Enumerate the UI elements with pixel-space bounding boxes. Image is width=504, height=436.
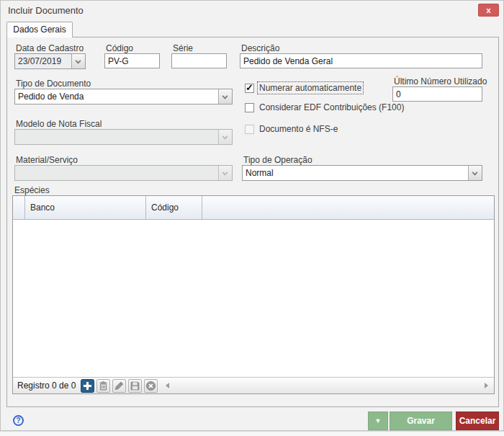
descricao-label: Descrição bbox=[241, 43, 279, 53]
serie-input[interactable] bbox=[171, 53, 227, 68]
edf-contribuicoes-label[interactable]: Considerar EDF Contribuições (F100) bbox=[258, 102, 405, 113]
gravar-button[interactable]: Gravar bbox=[390, 411, 452, 430]
tipo-operacao-dropdown[interactable]: Normal bbox=[242, 165, 482, 181]
codigo-column-header[interactable]: Código bbox=[146, 196, 202, 219]
especies-label: Espécies bbox=[14, 185, 50, 195]
modelo-nota-fiscal-value bbox=[15, 130, 218, 144]
tipo-operacao-dropdown-button[interactable] bbox=[468, 166, 482, 180]
chevron-down-icon bbox=[222, 94, 228, 99]
delete-record-icon bbox=[96, 379, 110, 393]
gravar-options-dropdown-button[interactable]: ▼ bbox=[368, 411, 388, 430]
chevron-down-icon bbox=[76, 58, 81, 64]
tipo-documento-dropdown[interactable]: Pedido de Venda bbox=[14, 89, 233, 104]
data-cadastro-dropdown[interactable]: 23/07/2019 bbox=[14, 53, 86, 69]
numerar-automaticamente-label[interactable]: Numerar automaticamente bbox=[258, 82, 363, 94]
scroll-left-icon[interactable] bbox=[166, 383, 169, 388]
scroll-right-icon[interactable] bbox=[485, 383, 488, 388]
numerar-automaticamente-row: Numerar automaticamente bbox=[245, 82, 363, 94]
data-cadastro-label: Data de Cadastro bbox=[16, 43, 84, 53]
dados-gerais-panel: Data de Cadastro 23/07/2019 Código Série… bbox=[6, 37, 499, 407]
screen: Incluir Documento x Dados Gerais Data de… bbox=[0, 0, 504, 436]
tipo-operacao-value: Normal bbox=[243, 166, 468, 180]
modelo-nota-fiscal-dropdown bbox=[14, 129, 233, 145]
edit-record-icon bbox=[112, 379, 126, 393]
data-cadastro-value: 23/07/2019 bbox=[15, 54, 71, 68]
row-indicator-column-header bbox=[13, 196, 25, 219]
descricao-input[interactable] bbox=[240, 53, 482, 68]
incluir-documento-dialog: Incluir Documento x Dados Gerais Data de… bbox=[0, 0, 504, 431]
especies-grid-body[interactable] bbox=[13, 220, 494, 377]
ultimo-numero-input[interactable] bbox=[392, 86, 482, 102]
documento-nfse-checkbox bbox=[245, 125, 254, 134]
material-servico-dropdown-button bbox=[218, 166, 232, 180]
ultimo-numero-label: Último Número Utilizado bbox=[394, 76, 487, 86]
tipo-documento-dropdown-button[interactable] bbox=[218, 89, 232, 104]
record-count-status: Registro 0 de 0 bbox=[17, 381, 76, 391]
chevron-down-icon bbox=[222, 170, 228, 176]
codigo-input[interactable] bbox=[104, 53, 160, 68]
window-bottom-edge bbox=[0, 431, 504, 436]
tipo-documento-value: Pedido de Venda bbox=[15, 89, 218, 104]
filler-column-header bbox=[202, 196, 494, 219]
add-record-icon[interactable] bbox=[81, 379, 94, 393]
documento-nfse-label: Documento é NFS-e bbox=[258, 123, 339, 135]
close-button[interactable]: x bbox=[478, 4, 499, 17]
material-servico-dropdown bbox=[14, 165, 233, 181]
documento-nfse-row: Documento é NFS-e bbox=[245, 123, 339, 135]
tab-dados-gerais[interactable]: Dados Gerais bbox=[6, 22, 73, 37]
cancel-edit-icon bbox=[144, 379, 158, 393]
tipo-documento-label: Tipo de Documento bbox=[16, 79, 91, 89]
material-servico-value bbox=[15, 166, 218, 180]
help-icon[interactable]: ? bbox=[13, 415, 24, 426]
dialog-title: Incluir Documento bbox=[8, 5, 84, 16]
tipo-operacao-label: Tipo de Operação bbox=[243, 155, 312, 165]
codigo-label: Código bbox=[106, 43, 133, 53]
numerar-automaticamente-checkbox[interactable] bbox=[245, 84, 254, 93]
edf-contribuicoes-row: Considerar EDF Contribuições (F100) bbox=[245, 102, 405, 113]
material-servico-label: Material/Serviço bbox=[16, 155, 78, 165]
data-cadastro-dropdown-button[interactable] bbox=[71, 54, 85, 68]
edf-contribuicoes-checkbox[interactable] bbox=[245, 103, 254, 112]
chevron-down-icon bbox=[222, 134, 228, 140]
title-bar: Incluir Documento x bbox=[1, 1, 503, 21]
cancelar-button[interactable]: Cancelar bbox=[456, 411, 499, 430]
save-record-icon bbox=[128, 379, 142, 393]
serie-label: Série bbox=[173, 43, 193, 53]
banco-column-header[interactable]: Banco bbox=[25, 196, 146, 219]
especies-grid-toolbar: Registro 0 de 0 bbox=[13, 377, 494, 393]
modelo-nota-fiscal-label: Modelo de Nota Fiscal bbox=[16, 119, 102, 129]
modelo-nota-fiscal-dropdown-button bbox=[218, 130, 232, 144]
especies-grid-header: Banco Código bbox=[13, 196, 494, 220]
chevron-down-icon bbox=[472, 170, 478, 176]
especies-grid: Banco Código Registro 0 de 0 bbox=[12, 195, 495, 394]
